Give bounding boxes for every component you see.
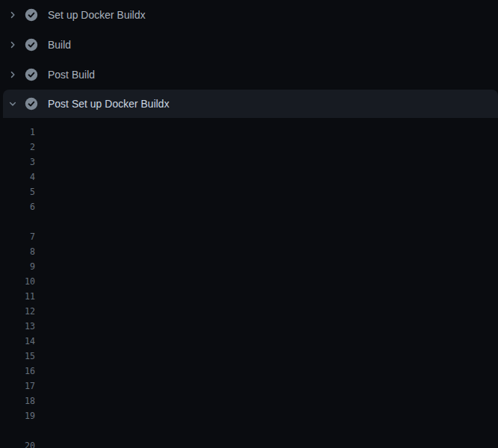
step-row[interactable]: Build bbox=[0, 30, 498, 60]
log-panel: 1 Post job cleanup. 2 ▼ BuildKit contain… bbox=[0, 118, 498, 448]
log-line-number[interactable]: 8 bbox=[0, 244, 35, 259]
log-line: 19 time="2021-04-23T18:02:38Z" level=deb… bbox=[0, 408, 498, 423]
log-line-number[interactable]: 1 bbox=[0, 125, 35, 140]
log-line: 20 time="2021-04-23T18:02:38Z" level=deb… bbox=[0, 438, 498, 448]
log-line: 10 time="2021-04-23T18:02:37Z" level=inf… bbox=[0, 274, 498, 289]
steps-list: Set up Docker Buildx Build Post Build Po… bbox=[0, 0, 498, 118]
log-line: linux/riscv64 linux/ppc64le linux/s390x … bbox=[0, 214, 498, 229]
log-line-number[interactable]: 13 bbox=[0, 319, 35, 334]
log-line: 4 time="2021-04-23T18:02:37Z" level=info… bbox=[0, 169, 498, 184]
log-line-number[interactable]: 3 bbox=[0, 155, 35, 169]
log-line: application/vnd.oci.image.index.v1+json,… bbox=[0, 423, 498, 438]
log-line-number[interactable]: 5 bbox=[0, 184, 35, 199]
log-line-number[interactable]: 15 bbox=[0, 349, 35, 364]
log-line: 6 time="2021-04-23T18:02:37Z" level=info… bbox=[0, 199, 498, 214]
chevron-right-icon bbox=[7, 10, 18, 20]
log-line-number[interactable]: 11 bbox=[0, 289, 35, 304]
log-line-number[interactable]: 4 bbox=[0, 169, 35, 184]
step-label: Build bbox=[48, 39, 71, 51]
check-circle-icon bbox=[25, 97, 38, 111]
log-line-number[interactable]: 9 bbox=[0, 259, 35, 274]
log-line: 18 time="2021-04-23T18:02:38Z" level=deb… bbox=[0, 393, 498, 408]
log-line: 8 time="2021-04-23T18:02:37Z" level=info… bbox=[0, 244, 498, 259]
log-line: 7 time="2021-04-23T18:02:37Z" level=warn… bbox=[0, 229, 498, 244]
log-line: 17 time="2021-04-23T18:02:38Z" level=deb… bbox=[0, 379, 498, 393]
log-line-number[interactable]: 12 bbox=[0, 304, 35, 319]
log-line: 1 Post job cleanup. bbox=[0, 125, 498, 140]
log-line-number[interactable]: 14 bbox=[0, 334, 35, 349]
step-label: Set up Docker Buildx bbox=[48, 9, 146, 21]
log-line: 5 time="2021-04-23T18:02:37Z" level=warn… bbox=[0, 184, 498, 199]
actions-log-viewer: Set up Docker Buildx Build Post Build Po… bbox=[0, 0, 498, 448]
log-line-number[interactable]: 7 bbox=[0, 229, 35, 244]
chevron-right-icon bbox=[7, 40, 18, 50]
step-row[interactable]: Set up Docker Buildx bbox=[0, 0, 498, 30]
log-line: 14 time="2021-04-23T18:02:38Z" level=deb… bbox=[0, 334, 498, 349]
log-line-number[interactable]: 20 bbox=[0, 438, 35, 448]
log-line-number[interactable]: 6 bbox=[0, 199, 35, 214]
log-line: 12 time="2021-04-23T18:02:38Z" level=deb… bbox=[0, 304, 498, 319]
check-circle-icon bbox=[25, 38, 38, 52]
log-line-number[interactable]: 18 bbox=[0, 393, 35, 408]
log-line: 2 ▼ BuildKit container logs bbox=[0, 140, 498, 155]
log-line-number[interactable]: 17 bbox=[0, 379, 35, 393]
log-line: 3 /usr/bin/docker logs buildx_buildkit_b… bbox=[0, 155, 498, 169]
step-row[interactable]: Post Build bbox=[0, 60, 498, 90]
step-label: Post Build bbox=[48, 69, 95, 81]
log-line: 13 time="2021-04-23T18:02:38Z" level=deb… bbox=[0, 319, 498, 334]
log-line: 9 time="2021-04-23T18:02:37Z" level=warn… bbox=[0, 259, 498, 274]
log-line-number[interactable]: 19 bbox=[0, 408, 35, 423]
chevron-down-icon bbox=[7, 99, 18, 109]
step-row[interactable]: Post Set up Docker Buildx bbox=[3, 90, 498, 118]
log-rows: 1 Post job cleanup. 2 ▼ BuildKit contain… bbox=[0, 125, 498, 448]
log-line: 11 time="2021-04-23T18:02:38Z" level=deb… bbox=[0, 289, 498, 304]
check-circle-icon bbox=[25, 68, 38, 81]
log-line: 15 time="2021-04-23T18:02:38Z" level=deb… bbox=[0, 349, 498, 364]
step-label: Post Set up Docker Buildx bbox=[48, 98, 169, 110]
log-line: 16 time="2021-04-23T18:02:38Z" level=deb… bbox=[0, 364, 498, 379]
chevron-right-icon bbox=[7, 69, 18, 80]
log-line-number[interactable]: 10 bbox=[0, 274, 35, 289]
log-line-number[interactable]: 2 bbox=[0, 140, 35, 155]
log-line-number[interactable]: 16 bbox=[0, 364, 35, 379]
check-circle-icon bbox=[25, 8, 38, 22]
